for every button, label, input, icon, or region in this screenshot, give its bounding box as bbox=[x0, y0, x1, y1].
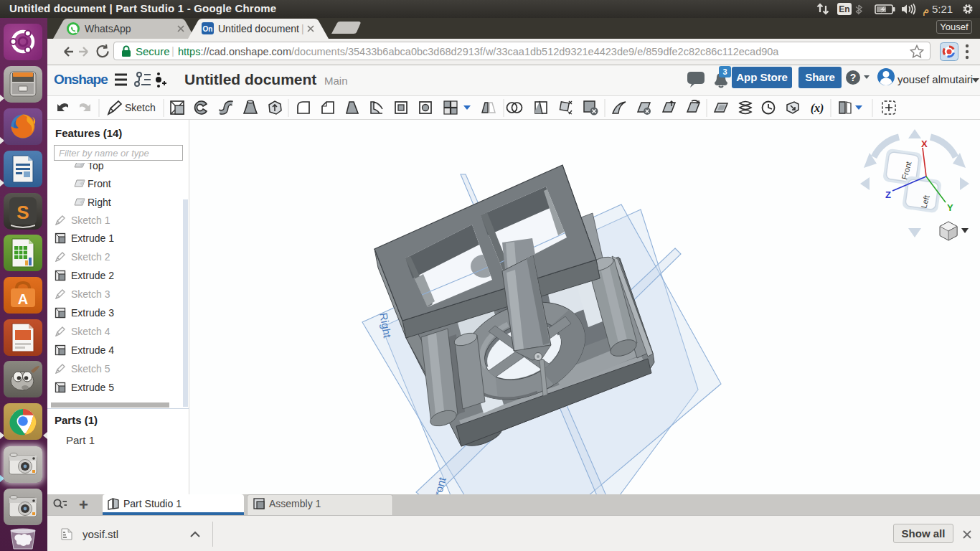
svg-text:|: | bbox=[301, 23, 304, 34]
svg-text:Sketch: Sketch bbox=[125, 102, 156, 113]
svg-text:(x): (x) bbox=[811, 102, 824, 115]
svg-text:S: S bbox=[17, 202, 29, 223]
svg-text:Z: Z bbox=[885, 189, 891, 200]
svg-text:Untitled document: Untitled document bbox=[218, 23, 299, 34]
svg-text:م: م bbox=[923, 3, 929, 16]
svg-text:En: En bbox=[839, 4, 849, 14]
svg-text:Y: Y bbox=[947, 202, 953, 213]
svg-text:On: On bbox=[203, 25, 213, 33]
svg-text:X: X bbox=[921, 138, 928, 149]
svg-text:?: ? bbox=[850, 72, 857, 83]
svg-text:A: A bbox=[18, 291, 28, 307]
svg-text:5:21: 5:21 bbox=[932, 3, 953, 15]
svg-text:WhatsApp: WhatsApp bbox=[85, 23, 131, 34]
